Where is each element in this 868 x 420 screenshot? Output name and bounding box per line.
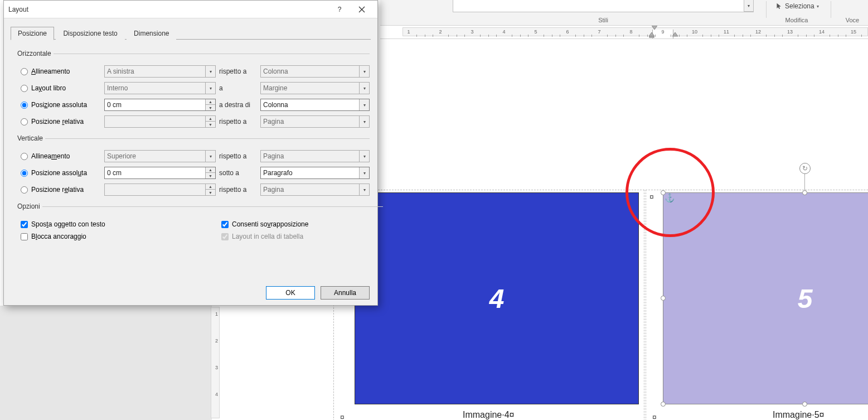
layout-dialog: Layout ? Posizione Disposizione testo Di… [3, 0, 378, 306]
radio-v-pos-relativa-input[interactable] [21, 186, 28, 194]
combo-h-allin-ref: Colonna ▾ [260, 65, 370, 78]
image-4[interactable]: 4 [355, 192, 639, 404]
ruler-number: 13 [787, 29, 793, 35]
label-v-rispetto-a-1: rispetto a [216, 152, 260, 160]
chevron-down-icon: ▾ [359, 66, 369, 77]
tab-posizione[interactable]: Posizione [11, 27, 54, 40]
image-5-number: 5 [798, 283, 813, 314]
image-4-number: 4 [489, 283, 505, 314]
cell-end-mark-2: ¤ [652, 413, 657, 420]
fieldset-verticale: Verticale Allineamento Superiore ▾ rispe… [15, 134, 370, 198]
check-sposta-input[interactable] [21, 221, 28, 228]
combo-h-pos-ass-ref[interactable]: Colonna ▾ [260, 99, 370, 111]
label-rispetto-a-1: rispetto a [216, 67, 260, 75]
seleziona-button[interactable]: Seleziona ▾ [772, 1, 822, 11]
ruler-number: 4 [502, 29, 505, 35]
styles-gallery-expand[interactable]: ▾ [744, 0, 754, 12]
radio-h-pos-relativa-input[interactable] [21, 118, 28, 125]
radio-v-pos-assoluta-input[interactable] [21, 170, 28, 177]
combo-v-pos-ass-ref[interactable]: Paragrafo ▾ [260, 167, 370, 179]
dialog-close-button[interactable] [351, 2, 373, 17]
radio-h-layout-libro-input[interactable] [21, 85, 28, 92]
image-5[interactable]: 5 ↻ [663, 192, 868, 404]
ribbon-separator [766, 1, 767, 18]
chevron-down-icon: ▾ [359, 151, 369, 162]
radio-h-pos-relativa-label: Posizione relativa [31, 118, 84, 125]
indent-marker-first[interactable] [652, 26, 657, 31]
tab-disposizione[interactable]: Disposizione testo [56, 27, 124, 40]
dialog-tabs: Posizione Disposizione testo Dimensione [11, 26, 371, 40]
caption-image-4[interactable]: Immagine·4¤ [463, 410, 515, 420]
seleziona-label: Seleziona [785, 2, 814, 10]
radio-v-allineamento-input[interactable] [21, 153, 28, 160]
check-blocca-ancoraggio[interactable]: Blocca ancoraggio [15, 230, 182, 243]
radio-v-pos-relativa-label: Posizione relativa [31, 186, 84, 194]
v-ruler-number: 2 [215, 338, 218, 344]
fieldset-orizzontale: Orizzontale Allineamento A sinistra ▾ ri… [15, 50, 370, 130]
dialog-help-button[interactable]: ? [328, 2, 351, 17]
check-layout-cella-label: Layout in cella di tabella [232, 233, 303, 240]
horizontal-ruler[interactable]: 123456789101112131415 [380, 26, 868, 39]
indent-marker-right[interactable] [672, 32, 678, 38]
annulla-button[interactable]: Annulla [321, 286, 370, 300]
radio-h-pos-assoluta-label: Posizione assoluta [31, 101, 87, 109]
tab-dimensione[interactable]: Dimensione [127, 27, 176, 40]
app-bg-left [0, 306, 212, 420]
check-sposta-oggetto[interactable]: Sposta oggetto con testo [15, 218, 182, 230]
styles-gallery[interactable]: ▾ [453, 0, 754, 12]
fieldset-opzioni: Opzioni Sposta oggetto con testo Blocca … [15, 202, 383, 243]
chevron-down-icon: ▾ [359, 167, 369, 178]
ruler-number: 6 [566, 29, 569, 35]
resize-handle-n[interactable] [802, 190, 807, 195]
radio-h-allineamento-input[interactable] [21, 68, 28, 75]
ribbon-group-voce: Voce [833, 17, 868, 23]
radio-h-allineamento[interactable]: Allineamento [15, 67, 104, 75]
radio-h-allineamento-label: Allineamento [31, 67, 70, 75]
check-blocca-label: Blocca ancoraggio [31, 233, 86, 240]
radio-v-allineamento[interactable]: Allineamento [15, 152, 104, 160]
ruler-number: 14 [819, 29, 825, 35]
radio-h-pos-relativa[interactable]: Posizione relativa [15, 118, 104, 125]
vertical-ruler[interactable]: 1234 [209, 307, 222, 418]
dialog-footer: OK Annulla [266, 286, 370, 300]
spinner-arrows: ▲▼ [205, 184, 215, 195]
spinner-h-pos-relativa: ▲▼ [104, 115, 216, 128]
radio-h-pos-assoluta[interactable]: Posizione assoluta [15, 101, 104, 109]
resize-handle-sw[interactable] [661, 402, 666, 407]
radio-h-layout-libro[interactable]: Layout libro [15, 84, 104, 92]
resize-handle-w[interactable] [661, 296, 666, 301]
check-consenti-sovrapposizione[interactable]: Consenti sovrapposizione [216, 218, 383, 230]
check-layout-cella-input [221, 233, 229, 240]
resize-handle-s[interactable] [802, 402, 807, 407]
combo-v-pos-rel-ref: Pagina ▾ [260, 184, 370, 196]
dialog-title: Layout [8, 6, 328, 13]
check-blocca-input[interactable] [21, 233, 28, 240]
ruler-number: 11 [724, 29, 729, 35]
chevron-down-icon: ▾ [359, 184, 369, 195]
dialog-titlebar[interactable]: Layout ? [4, 1, 377, 18]
chevron-down-icon: ▾ [205, 83, 215, 94]
ruler-number: 3 [471, 29, 473, 35]
radio-h-pos-assoluta-input[interactable] [21, 102, 28, 109]
spinner-v-pos-assoluta[interactable]: 0 cm ▲▼ [104, 167, 216, 179]
spinner-arrows: ▲▼ [205, 116, 215, 127]
chevron-down-icon: ▾ [359, 99, 369, 110]
radio-v-pos-relativa[interactable]: Posizione relativa [15, 186, 104, 194]
spinner-arrows[interactable]: ▲▼ [205, 99, 215, 110]
check-consenti-label: Consenti sovrapposizione [232, 220, 308, 228]
legend-verticale: Verticale [15, 134, 45, 142]
spinner-arrows[interactable]: ▲▼ [205, 167, 215, 178]
spinner-h-pos-assoluta[interactable]: 0 cm ▲▼ [104, 99, 216, 111]
cell-end-mark: ¤ [340, 413, 345, 420]
radio-v-pos-assoluta[interactable]: Posizione assoluta [15, 169, 104, 177]
ok-button[interactable]: OK [266, 286, 315, 300]
ruler-number: 7 [598, 29, 600, 35]
check-consenti-input[interactable] [221, 221, 229, 228]
indent-marker-left[interactable] [649, 32, 654, 38]
ruler-number: 1 [407, 29, 410, 35]
caption-image-5[interactable]: Immagine·5¤ [773, 410, 825, 420]
chevron-down-icon: ▾ [359, 83, 369, 94]
combo-h-libro: Interno ▾ [104, 82, 216, 94]
v-ruler-number: 3 [215, 365, 218, 370]
rotation-handle[interactable]: ↻ [799, 163, 811, 174]
